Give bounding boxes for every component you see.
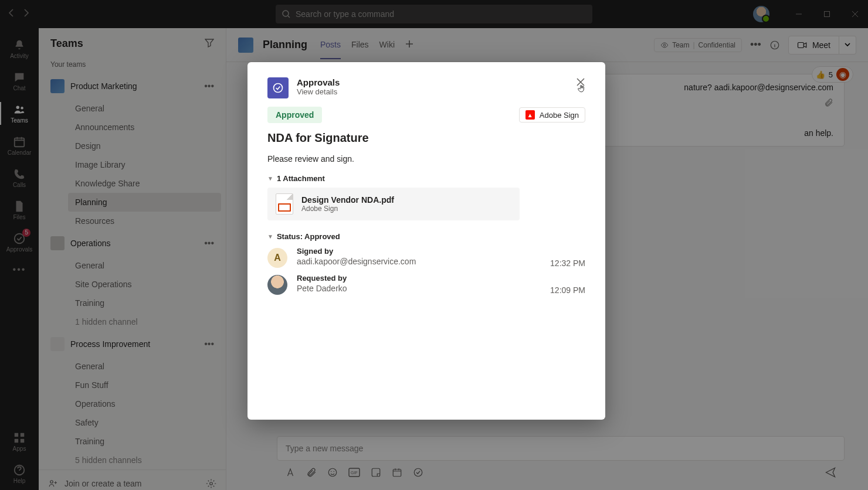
team-header[interactable]: Process Improvement ••• [43,331,221,357]
team-icon [50,236,65,250]
settings-button[interactable] [206,478,216,489]
file-icon [13,200,26,213]
send-button[interactable] [825,467,836,481]
channel-item[interactable]: Operations [68,394,221,413]
rail-apps[interactable]: Apps [0,426,39,458]
join-team-button[interactable]: Join or create a team [48,478,142,489]
channel-icon [238,38,253,53]
attachments-label: 1 Attachment [277,174,325,183]
channel-item[interactable]: Design [68,137,221,155]
svg-rect-4 [15,138,25,147]
status-header[interactable]: ▼ Status: Approved [267,232,585,241]
channel-item[interactable]: General [68,256,221,275]
gif-button[interactable]: GIF [348,468,360,479]
channel-item[interactable]: General [68,357,221,376]
rail-calls[interactable]: Calls [0,162,39,194]
tab-files[interactable]: Files [351,30,369,59]
rail-badge: 5 [22,229,30,237]
rail-label: Approvals [6,246,32,253]
maximize-button[interactable] [814,0,840,28]
team-header[interactable]: Operations ••• [43,230,221,256]
user-avatar[interactable] [753,6,769,22]
forward-button[interactable] [21,8,30,20]
channel-item[interactable]: Site Operations [68,275,221,294]
rail-label: Apps [13,445,26,452]
svg-rect-7 [21,433,24,437]
cursor-hand-icon [577,84,586,94]
team-more-button[interactable]: ••• [204,339,214,349]
panel-title: Teams [50,38,83,50]
team-process-improvement: Process Improvement ••• General Fun Stuf… [39,331,226,469]
rail-approvals[interactable]: 5 Approvals [0,226,39,258]
reaction-bar[interactable]: 👍 5 ◉ [812,66,853,83]
more-button[interactable]: ••• [750,39,761,51]
rail-label: Help [13,478,26,484]
channel-item[interactable]: Training [68,432,221,451]
channel-item[interactable]: Safety [68,413,221,432]
info-button[interactable] [769,40,780,50]
rail-teams[interactable]: Teams [0,97,39,130]
attachment-item[interactable]: Design Vendor NDA.pdf Adobe Sign [267,188,520,220]
hidden-channels[interactable]: 1 hidden channel [68,312,221,331]
svg-rect-1 [825,12,830,17]
rail-activity[interactable]: Activity [0,33,39,65]
channel-item[interactable]: Training [68,294,221,312]
back-button[interactable] [7,8,16,20]
channel-item[interactable]: Image Library [68,155,221,174]
close-button[interactable] [576,77,585,89]
status-label: Status: Approved [277,232,340,241]
tab-posts[interactable]: Posts [320,30,341,59]
avatar-photo [267,275,287,295]
filter-button[interactable] [205,38,214,50]
team-header[interactable]: Product Marketing ••• [43,73,221,99]
attachments-header[interactable]: ▼ 1 Attachment [267,174,585,183]
rail-label: Files [13,214,25,220]
svg-point-11 [50,481,53,484]
format-button[interactable] [285,467,296,480]
attachment-name: Design Vendor NDA.pdf [301,195,394,205]
timeline-label: Signed by [297,247,541,256]
meet-button[interactable]: Meet [788,36,839,55]
search-box[interactable]: Search or type a command [276,5,592,23]
rail-calendar[interactable]: Calendar [0,130,39,162]
approvals-app-icon [267,77,289,98]
minimize-button[interactable] [786,0,812,28]
titlebar: Search or type a command [0,0,868,28]
team-more-button[interactable]: ••• [204,238,214,249]
channel-item[interactable]: Announcements [68,118,221,137]
channel-item[interactable]: Planning [68,193,221,212]
sensitivity-label[interactable]: Team | Confidential [654,38,742,52]
attach-button[interactable] [306,467,317,480]
hidden-channels[interactable]: 5 hidden channels [68,451,221,469]
join-label: Join or create a team [65,479,142,488]
channel-item[interactable]: Resources [68,212,221,230]
channel-item[interactable]: General [68,99,221,118]
add-tab-button[interactable] [405,30,413,59]
channel-header: Planning Posts Files Wiki Team | Confide… [226,28,868,62]
svg-rect-9 [21,439,24,443]
rail-files[interactable]: Files [0,194,39,226]
svg-point-2 [16,106,20,110]
sticker-button[interactable] [371,467,381,480]
team-more-button[interactable]: ••• [204,81,214,91]
rail-help[interactable]: Help [0,458,39,490]
svg-point-24 [274,84,283,93]
close-window-button[interactable] [842,0,868,28]
svg-point-13 [663,44,666,46]
schedule-button[interactable] [392,467,402,480]
collapse-icon: ▼ [267,233,273,240]
channel-item[interactable]: Fun Stuff [68,376,221,394]
rail-more[interactable]: ••• [0,258,39,281]
rail-chat[interactable]: Chat [0,65,39,97]
eye-icon [660,41,669,49]
compose-box[interactable]: Type a new message [277,436,845,461]
tab-wiki[interactable]: Wiki [379,30,395,59]
channel-item[interactable]: Knowledge Share [68,174,221,193]
sensitivity-team: Team [672,41,689,49]
rail-label: Calls [13,182,26,188]
emoji-button[interactable] [327,467,338,480]
approval-button[interactable] [413,467,423,480]
meet-chevron[interactable] [839,36,856,55]
paperclip-icon[interactable] [824,98,833,107]
section-label: Your teams [39,56,226,73]
